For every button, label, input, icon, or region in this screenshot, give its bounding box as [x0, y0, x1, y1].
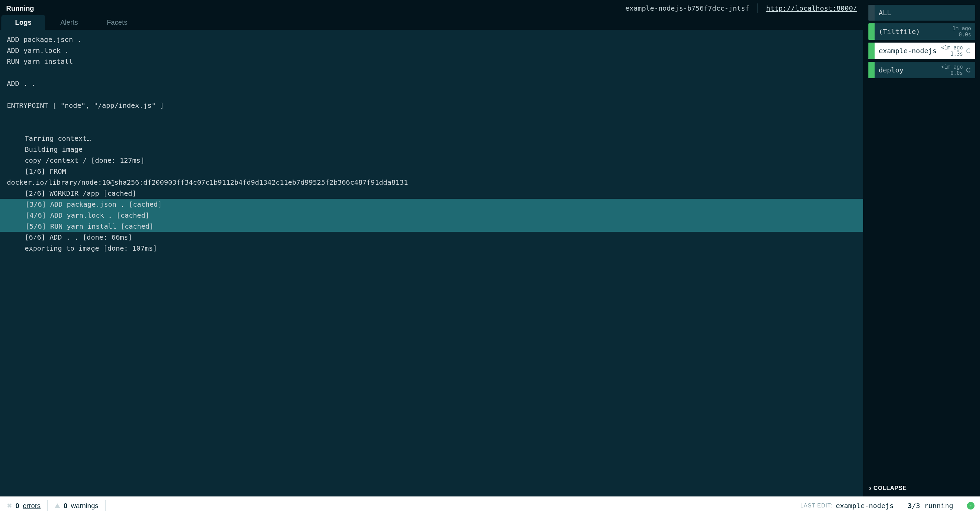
resource-deploy[interactable]: deploy<1m ago0.0s — [869, 62, 975, 78]
sidebar: ALL(Tiltfile)1m ago0.0sexample-nodejs<1m… — [863, 0, 980, 496]
resource-duration: 1.3s — [950, 51, 963, 57]
running-cell: 3/3 running — [901, 496, 960, 515]
warning-icon — [55, 503, 60, 508]
header: Running example-nodejs-b756f7dcc-jntsf h… — [0, 0, 863, 15]
last-edit-value: example-nodejs — [836, 502, 894, 510]
error-icon: ✖ — [7, 502, 12, 510]
log-line — [0, 122, 863, 133]
errors-cell[interactable]: ✖ 0 errors — [0, 496, 48, 515]
divider — [105, 500, 106, 511]
log-line: [2/6] WORKDIR /app [cached] — [0, 188, 863, 199]
last-edit-label: LAST EDIT: — [800, 503, 832, 509]
resource-list: ALL(Tiltfile)1m ago0.0sexample-nodejs<1m… — [864, 0, 980, 78]
errors-label[interactable]: errors — [23, 502, 41, 510]
status-stripe — [869, 5, 875, 21]
health-icon[interactable] — [967, 502, 975, 510]
log-line: docker.io/library/node:10@sha256:df20090… — [0, 177, 863, 188]
log-line: [6/6] ADD . . [done: 66ms] — [0, 232, 863, 243]
resource-time: <1m ago — [941, 45, 963, 51]
log-line: [5/6] RUN yarn install [cached] — [0, 221, 863, 232]
tab-facets[interactable]: Facets — [93, 15, 141, 30]
log-line: [1/6] FROM — [0, 166, 863, 177]
log-line: ADD package.json . — [0, 34, 863, 45]
log-line — [0, 89, 863, 100]
log-line: copy /context / [done: 127ms] — [0, 155, 863, 166]
pod-name: example-nodejs-b756f7dcc-jntsf — [625, 4, 749, 12]
log-line: ENTRYPOINT [ "node", "/app/index.js" ] — [0, 100, 863, 111]
log-line — [0, 111, 863, 122]
log-line: Building image — [0, 144, 863, 155]
chevrons-right-icon: ›› — [869, 485, 870, 491]
log-output[interactable]: ADD package.json .ADD yarn.lock .RUN yar… — [0, 30, 863, 496]
resource-time: <1m ago — [941, 64, 963, 70]
running-current: 3 — [908, 502, 912, 510]
resource-time: 1m ago — [953, 25, 971, 32]
log-line: Tarring context… — [0, 133, 863, 144]
status-bar: ✖ 0 errors 0 warnings LAST EDIT: example… — [0, 496, 980, 515]
divider — [757, 3, 758, 13]
status-label: Running — [6, 5, 34, 12]
last-edit-cell: LAST EDIT: example-nodejs — [794, 496, 901, 515]
resource-all[interactable]: ALL — [869, 5, 975, 21]
resource-name: example-nodejs — [879, 47, 937, 55]
tab-logs[interactable]: Logs — [2, 15, 45, 30]
running-label: running — [924, 502, 953, 510]
log-line: ADD . . — [0, 78, 863, 89]
log-line: [4/6] ADD yarn.lock . [cached] — [0, 210, 863, 221]
running-total: 3 — [916, 502, 920, 510]
resource-name: ALL — [879, 9, 891, 17]
log-line: [3/6] ADD package.json . [cached] — [0, 199, 863, 210]
errors-count: 0 — [16, 502, 19, 510]
log-line — [0, 67, 863, 78]
endpoint-link[interactable]: http://localhost:8000/ — [766, 4, 857, 12]
resource-duration: 0.0s — [959, 32, 971, 38]
refresh-icon[interactable] — [966, 68, 971, 72]
status-stripe — [869, 43, 875, 59]
tab-alerts[interactable]: Alerts — [47, 15, 92, 30]
warnings-cell[interactable]: 0 warnings — [48, 496, 105, 515]
log-line: exporting to image [done: 107ms] — [0, 243, 863, 254]
resource-duration: 0.0s — [950, 70, 963, 76]
log-line: ADD yarn.lock . — [0, 45, 863, 56]
tabs: LogsAlertsFacets — [0, 15, 863, 30]
resource-tiltfile[interactable]: (Tiltfile)1m ago0.0s — [869, 23, 975, 40]
collapse-label: COLLAPSE — [873, 485, 907, 492]
log-line: RUN yarn install — [0, 56, 863, 67]
warnings-label: warnings — [71, 502, 98, 510]
resource-name: (Tiltfile) — [879, 27, 920, 36]
resource-example[interactable]: example-nodejs<1m ago1.3s — [869, 43, 975, 59]
warnings-count: 0 — [64, 502, 67, 510]
resource-name: deploy — [879, 66, 904, 74]
status-stripe — [869, 23, 875, 40]
main-panel: Running example-nodejs-b756f7dcc-jntsf h… — [0, 0, 863, 496]
refresh-icon[interactable] — [966, 48, 971, 53]
status-stripe — [869, 62, 875, 78]
collapse-button[interactable]: ›› COLLAPSE — [864, 481, 980, 496]
